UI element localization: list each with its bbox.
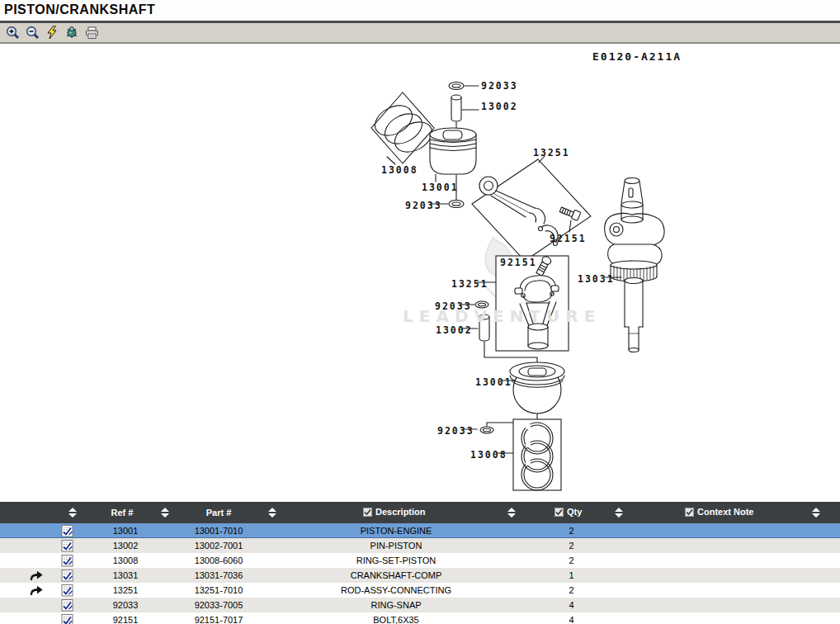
zoom-in-button[interactable] xyxy=(3,24,21,41)
callout-13031[interactable]: 13031 xyxy=(578,273,615,285)
desc-cell: PISTON-ENGINE xyxy=(272,526,520,536)
table-row[interactable]: 13251 13251-7010 ROD-ASSY-CONNECTING 2 xyxy=(0,583,840,598)
part-cell: 13251-7010 xyxy=(165,585,272,595)
qty-cell: 2 xyxy=(520,585,623,595)
part-cell: 92151-7017 xyxy=(165,615,272,624)
description-column-checkbox[interactable] xyxy=(363,508,372,517)
pick-checkbox-cell xyxy=(48,584,86,597)
ref-cell: 13001 xyxy=(86,526,165,536)
column-header-context-note[interactable]: Context Note xyxy=(685,507,753,517)
desc-cell: BOLT,6X35 xyxy=(272,615,520,624)
parts-diagram: LEADVENTURE E0120-A211A 92033 13002 1325… xyxy=(0,45,840,502)
ref-cell: 13008 xyxy=(86,555,165,565)
callout-13251[interactable]: 13251 xyxy=(533,147,570,158)
table-row[interactable]: 13031 13031-7036 CRANKSHAFT-COMP 1 xyxy=(0,568,840,583)
zoom-out-button[interactable] xyxy=(23,24,41,41)
desc-cell: ROD-ASSY-CONNECTING xyxy=(272,585,520,595)
pick-item-checkbox-icon[interactable] xyxy=(61,524,73,537)
callout-92033[interactable]: 92033 xyxy=(405,200,442,211)
table-row[interactable]: 13008 13008-6060 RING-SET-PISTON 2 xyxy=(0,553,840,568)
sort-icon[interactable] xyxy=(161,508,169,518)
ref-cell: 13251 xyxy=(86,585,165,595)
drawing-code: E0120-A211A xyxy=(592,50,682,63)
pick-item-checkbox-icon[interactable] xyxy=(61,598,73,612)
callout-92033[interactable]: 92033 xyxy=(437,425,474,437)
qty-cell: 2 xyxy=(520,555,623,565)
watermark: LEADVENTURE xyxy=(403,306,601,326)
zoom-in-icon xyxy=(6,26,20,40)
page-title: PISTON/CRANKSHAFT xyxy=(4,2,155,17)
context-arrow-cell xyxy=(0,584,48,597)
ref-cell: 92151 xyxy=(86,615,165,624)
table-row[interactable]: 13001 13001-7010 PISTON-ENGINE 2 xyxy=(0,523,840,538)
ref-cell: 13002 xyxy=(86,541,165,551)
desc-cell: PIN-PISTON xyxy=(272,541,520,551)
pick-checkbox-cell xyxy=(48,569,86,582)
callout-13001[interactable]: 13001 xyxy=(422,182,459,193)
table-row[interactable]: 92033 92033-7005 RING-SNAP 4 xyxy=(0,598,840,612)
qty-cell: 4 xyxy=(520,600,623,610)
callout-13008[interactable]: 13008 xyxy=(470,449,507,461)
column-header-ref[interactable]: Ref # xyxy=(99,508,145,518)
column-header-part[interactable]: Part # xyxy=(193,508,244,518)
ref-cell: 92033 xyxy=(86,600,165,610)
callout-92151[interactable]: 92151 xyxy=(500,257,537,268)
callout-13251[interactable]: 13251 xyxy=(451,278,488,290)
title-bar: PISTON/CRANKSHAFT xyxy=(0,0,840,21)
callout-92033[interactable]: 92033 xyxy=(481,80,518,92)
flash-button[interactable] xyxy=(43,24,61,41)
part-cell: 13008-6060 xyxy=(165,555,272,565)
pick-item-checkbox-icon[interactable] xyxy=(61,569,73,582)
qty-cell: 4 xyxy=(520,615,623,624)
part-cell: 92033-7005 xyxy=(165,600,272,610)
table-header: Ref # Part # Description Qty xyxy=(0,502,840,523)
pick-checkbox-cell xyxy=(48,598,86,612)
context-link-arrow-icon[interactable] xyxy=(29,570,44,582)
desc-cell: RING-SNAP xyxy=(272,600,520,610)
context-note-column-checkbox[interactable] xyxy=(685,508,694,517)
zoom-out-icon xyxy=(26,26,40,40)
qty-cell: 2 xyxy=(520,526,623,536)
context-arrow-cell xyxy=(0,570,48,582)
sort-icon[interactable] xyxy=(268,508,276,518)
pick-checkbox-cell xyxy=(48,524,86,537)
hotspot-bug-button[interactable] xyxy=(63,24,81,41)
pick-item-checkbox-icon[interactable] xyxy=(61,613,73,624)
context-link-arrow-icon[interactable] xyxy=(29,584,44,597)
qty-cell: 2 xyxy=(520,541,623,551)
pick-checkbox-cell xyxy=(48,554,86,567)
sort-icon[interactable] xyxy=(812,508,820,518)
callout-92033[interactable]: 92033 xyxy=(435,300,472,312)
diagram-line-art xyxy=(0,45,840,502)
part-cell: 13002-7001 xyxy=(165,541,272,551)
pick-checkbox-cell xyxy=(48,613,86,624)
qty-cell: 1 xyxy=(520,570,623,580)
bug-icon xyxy=(64,26,79,40)
lightning-icon xyxy=(46,26,58,40)
callout-13001[interactable]: 13001 xyxy=(475,376,512,388)
part-cell: 13031-7036 xyxy=(165,570,272,580)
sort-icon[interactable] xyxy=(507,508,516,518)
column-header-description[interactable]: Description xyxy=(363,507,426,517)
table-row[interactable]: 92151 92151-7017 BOLT,6X35 4 xyxy=(0,612,840,624)
sort-icon[interactable] xyxy=(615,508,623,518)
print-button[interactable] xyxy=(83,24,101,41)
printer-icon xyxy=(85,26,99,40)
parts-table: Ref # Part # Description Qty xyxy=(0,502,840,624)
column-header-qty[interactable]: Qty xyxy=(554,507,582,517)
pick-checkbox-cell xyxy=(48,539,86,552)
callout-13008[interactable]: 13008 xyxy=(381,164,418,176)
table-row[interactable]: 13002 13002-7001 PIN-PISTON 2 xyxy=(0,538,840,553)
pick-item-checkbox-icon[interactable] xyxy=(61,584,73,597)
toolbar xyxy=(0,23,840,44)
callout-13002[interactable]: 13002 xyxy=(481,101,518,112)
sort-icon[interactable] xyxy=(68,508,77,518)
desc-cell: CRANKSHAFT-COMP xyxy=(272,570,520,580)
pick-item-checkbox-icon[interactable] xyxy=(61,539,73,552)
callout-92151[interactable]: 92151 xyxy=(550,233,587,244)
ref-cell: 13031 xyxy=(86,570,165,580)
pick-item-checkbox-icon[interactable] xyxy=(61,554,73,567)
desc-cell: RING-SET-PISTON xyxy=(272,555,520,565)
callout-13002[interactable]: 13002 xyxy=(436,324,473,336)
qty-column-checkbox[interactable] xyxy=(554,508,564,517)
